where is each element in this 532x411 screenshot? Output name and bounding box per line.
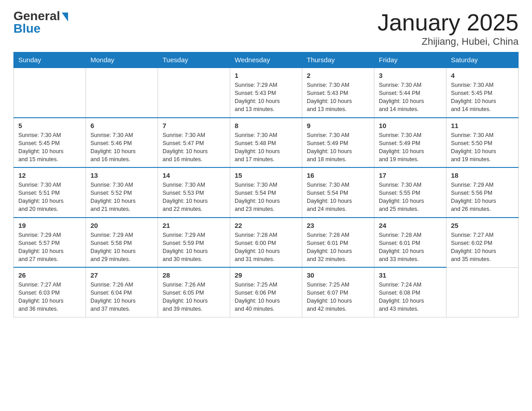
day-number: 7 [163,122,225,129]
calendar-cell: 13Sunrise: 7:30 AMSunset: 5:52 PMDayligh… [86,167,158,218]
day-info: Sunrise: 7:30 AMSunset: 5:55 PMDaylight:… [379,181,442,214]
day-info: Sunrise: 7:30 AMSunset: 5:49 PMDaylight:… [307,131,369,164]
day-info: Sunrise: 7:30 AMSunset: 5:44 PMDaylight:… [379,81,442,114]
day-info: Sunrise: 7:30 AMSunset: 5:54 PMDaylight:… [235,181,297,214]
day-info: Sunrise: 7:27 AMSunset: 6:03 PMDaylight:… [18,281,81,313]
day-number: 26 [18,271,81,279]
calendar-table: SundayMondayTuesdayWednesdayThursdayFrid… [13,52,519,317]
day-number: 9 [307,122,369,129]
weekday-header-thursday: Thursday [302,52,374,68]
calendar-cell: 29Sunrise: 7:25 AMSunset: 6:06 PMDayligh… [230,267,302,317]
day-number: 12 [18,171,81,179]
calendar-title: January 2025 [378,9,519,36]
calendar-cell: 25Sunrise: 7:27 AMSunset: 6:02 PMDayligh… [446,218,519,268]
day-info: Sunrise: 7:30 AMSunset: 5:50 PMDaylight:… [451,131,514,164]
day-number: 8 [235,122,297,129]
logo-triangle-icon [62,13,68,21]
weekday-header-monday: Monday [86,52,158,68]
day-number: 1 [235,72,297,79]
day-info: Sunrise: 7:30 AMSunset: 5:47 PMDaylight:… [163,131,225,164]
day-number: 11 [451,122,514,129]
page-header: General Blue January 2025 Zhijiang, Hube… [13,9,519,47]
day-number: 2 [307,72,369,79]
week-row-5: 26Sunrise: 7:27 AMSunset: 6:03 PMDayligh… [14,267,519,317]
calendar-cell: 31Sunrise: 7:24 AMSunset: 6:08 PMDayligh… [374,267,446,317]
calendar-cell: 11Sunrise: 7:30 AMSunset: 5:50 PMDayligh… [446,118,519,168]
day-info: Sunrise: 7:30 AMSunset: 5:49 PMDaylight:… [379,131,442,164]
title-block: January 2025 Zhijiang, Hubei, China [378,9,519,47]
calendar-cell: 15Sunrise: 7:30 AMSunset: 5:54 PMDayligh… [230,167,302,218]
day-number: 21 [163,222,225,229]
calendar-cell: 17Sunrise: 7:30 AMSunset: 5:55 PMDayligh… [374,167,446,218]
calendar-cell: 1Sunrise: 7:29 AMSunset: 5:43 PMDaylight… [230,68,302,118]
logo: General Blue [13,9,68,36]
day-number: 4 [451,72,514,79]
day-number: 25 [451,222,514,229]
logo-blue-text: Blue [13,21,41,36]
day-number: 10 [379,122,442,129]
day-info: Sunrise: 7:30 AMSunset: 5:43 PMDaylight:… [307,81,369,114]
day-info: Sunrise: 7:28 AMSunset: 6:00 PMDaylight:… [235,231,297,264]
day-info: Sunrise: 7:28 AMSunset: 6:01 PMDaylight:… [379,231,442,264]
calendar-cell: 22Sunrise: 7:28 AMSunset: 6:00 PMDayligh… [230,218,302,268]
day-info: Sunrise: 7:28 AMSunset: 6:01 PMDaylight:… [307,231,369,264]
day-number: 23 [307,222,369,229]
day-info: Sunrise: 7:26 AMSunset: 6:04 PMDaylight:… [90,281,153,313]
calendar-cell: 7Sunrise: 7:30 AMSunset: 5:47 PMDaylight… [158,118,230,168]
calendar-cell [158,68,230,118]
day-info: Sunrise: 7:29 AMSunset: 5:43 PMDaylight:… [235,81,297,114]
day-info: Sunrise: 7:30 AMSunset: 5:53 PMDaylight:… [163,181,225,214]
calendar-cell: 16Sunrise: 7:30 AMSunset: 5:54 PMDayligh… [302,167,374,218]
day-info: Sunrise: 7:30 AMSunset: 5:45 PMDaylight:… [18,131,81,164]
day-number: 20 [90,222,153,229]
weekday-header-sunday: Sunday [14,52,86,68]
day-info: Sunrise: 7:29 AMSunset: 5:58 PMDaylight:… [90,231,153,264]
day-info: Sunrise: 7:26 AMSunset: 6:05 PMDaylight:… [163,281,225,313]
week-row-4: 19Sunrise: 7:29 AMSunset: 5:57 PMDayligh… [14,218,519,268]
calendar-cell: 12Sunrise: 7:30 AMSunset: 5:51 PMDayligh… [14,167,86,218]
day-number: 19 [18,222,81,229]
calendar-cell: 3Sunrise: 7:30 AMSunset: 5:44 PMDaylight… [374,68,446,118]
week-row-2: 5Sunrise: 7:30 AMSunset: 5:45 PMDaylight… [14,118,519,168]
calendar-cell: 30Sunrise: 7:25 AMSunset: 6:07 PMDayligh… [302,267,374,317]
calendar-cell: 8Sunrise: 7:30 AMSunset: 5:48 PMDaylight… [230,118,302,168]
day-number: 31 [379,271,442,279]
calendar-cell: 26Sunrise: 7:27 AMSunset: 6:03 PMDayligh… [14,267,86,317]
day-number: 17 [379,171,442,179]
day-number: 13 [90,171,153,179]
day-info: Sunrise: 7:30 AMSunset: 5:45 PMDaylight:… [451,81,514,114]
weekday-header-friday: Friday [374,52,446,68]
calendar-cell [446,267,519,317]
day-info: Sunrise: 7:29 AMSunset: 5:59 PMDaylight:… [163,231,225,264]
day-info: Sunrise: 7:27 AMSunset: 6:02 PMDaylight:… [451,231,514,264]
day-info: Sunrise: 7:30 AMSunset: 5:54 PMDaylight:… [307,181,369,214]
calendar-cell: 24Sunrise: 7:28 AMSunset: 6:01 PMDayligh… [374,218,446,268]
day-info: Sunrise: 7:29 AMSunset: 5:56 PMDaylight:… [451,181,514,214]
day-number: 24 [379,222,442,229]
weekday-header-wednesday: Wednesday [230,52,302,68]
weekday-header-saturday: Saturday [446,52,519,68]
day-info: Sunrise: 7:30 AMSunset: 5:48 PMDaylight:… [235,131,297,164]
day-number: 14 [163,171,225,179]
calendar-cell: 5Sunrise: 7:30 AMSunset: 5:45 PMDaylight… [14,118,86,168]
weekday-header-tuesday: Tuesday [158,52,230,68]
day-info: Sunrise: 7:24 AMSunset: 6:08 PMDaylight:… [379,281,442,313]
calendar-cell: 19Sunrise: 7:29 AMSunset: 5:57 PMDayligh… [14,218,86,268]
week-row-1: 1Sunrise: 7:29 AMSunset: 5:43 PMDaylight… [14,68,519,118]
calendar-cell [86,68,158,118]
week-row-3: 12Sunrise: 7:30 AMSunset: 5:51 PMDayligh… [14,167,519,218]
calendar-cell: 28Sunrise: 7:26 AMSunset: 6:05 PMDayligh… [158,267,230,317]
calendar-cell: 21Sunrise: 7:29 AMSunset: 5:59 PMDayligh… [158,218,230,268]
weekday-header-row: SundayMondayTuesdayWednesdayThursdayFrid… [14,52,519,68]
calendar-cell: 18Sunrise: 7:29 AMSunset: 5:56 PMDayligh… [446,167,519,218]
calendar-cell: 20Sunrise: 7:29 AMSunset: 5:58 PMDayligh… [86,218,158,268]
day-info: Sunrise: 7:25 AMSunset: 6:06 PMDaylight:… [235,281,297,313]
day-number: 6 [90,122,153,129]
calendar-cell: 2Sunrise: 7:30 AMSunset: 5:43 PMDaylight… [302,68,374,118]
day-info: Sunrise: 7:30 AMSunset: 5:46 PMDaylight:… [90,131,153,164]
day-number: 3 [379,72,442,79]
calendar-subtitle: Zhijiang, Hubei, China [378,36,519,47]
day-info: Sunrise: 7:25 AMSunset: 6:07 PMDaylight:… [307,281,369,313]
calendar-cell: 27Sunrise: 7:26 AMSunset: 6:04 PMDayligh… [86,267,158,317]
day-number: 27 [90,271,153,279]
